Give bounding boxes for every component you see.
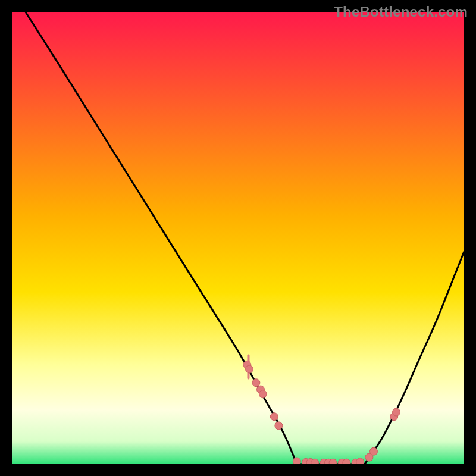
chart-svg <box>12 12 464 464</box>
marker-dot <box>246 365 253 373</box>
marker-dot <box>370 447 378 455</box>
marker-dot <box>252 379 260 387</box>
marker-dot <box>259 390 267 398</box>
marker-dot <box>311 459 319 464</box>
marker-dot <box>343 459 350 464</box>
marker-dot <box>275 422 283 430</box>
gradient-bg <box>12 12 464 464</box>
marker-dot <box>293 458 300 464</box>
marker-dot <box>329 459 337 464</box>
marker-dot <box>356 458 364 464</box>
chart-stage: TheBottleneck.com <box>0 0 476 476</box>
marker-dot <box>270 413 278 421</box>
watermark-text: TheBottleneck.com <box>334 4 468 20</box>
marker-dot <box>393 408 400 416</box>
